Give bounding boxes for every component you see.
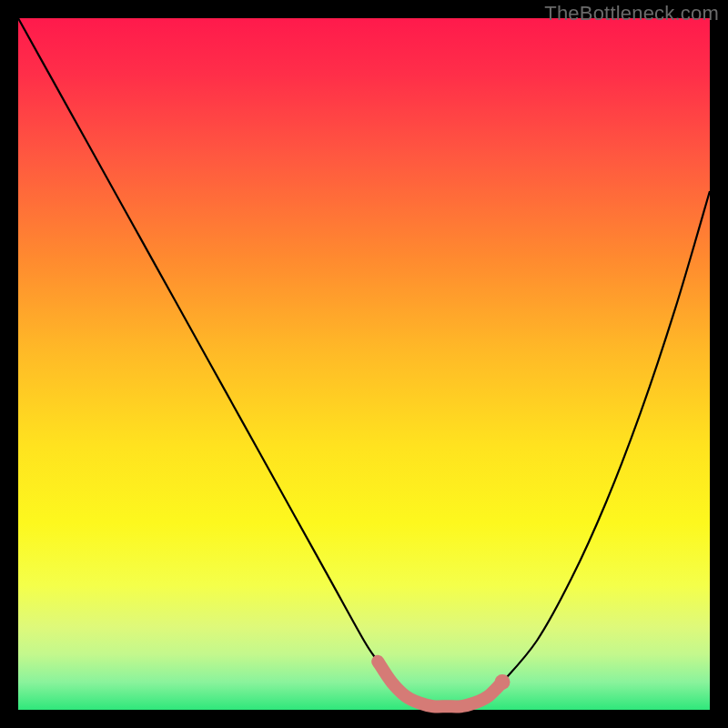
bottleneck-curve-path xyxy=(18,18,710,706)
valley-marker-path xyxy=(378,662,502,707)
valley-marker-dot xyxy=(495,674,511,690)
curve-layer xyxy=(18,18,710,710)
plot-area xyxy=(18,18,710,710)
chart-frame: TheBottleneck.com xyxy=(0,0,728,728)
